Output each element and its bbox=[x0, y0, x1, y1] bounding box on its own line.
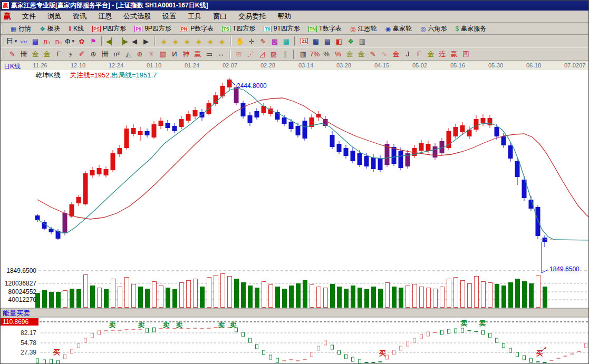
nav-tool-15[interactable]: ◈ bbox=[170, 36, 181, 46]
draw-tool-22[interactable]: ◿ bbox=[256, 49, 268, 60]
draw-tool-21[interactable]: ⋰ bbox=[245, 49, 256, 60]
nav-tool-16[interactable]: ◈ bbox=[181, 36, 193, 46]
draw-tool-40[interactable]: 四 bbox=[460, 49, 471, 60]
toolbar-button-K线[interactable]: ‖K线 bbox=[64, 24, 88, 34]
draw-tool-12[interactable]: ✳ bbox=[146, 49, 157, 60]
draw-tool-39[interactable]: 赢 bbox=[448, 49, 460, 60]
menu-item-江恩[interactable]: 江恩 bbox=[92, 11, 118, 22]
toolbar-button-赢家轮[interactable]: ◉赢家轮 bbox=[381, 24, 416, 34]
toolbar-button-9T四方形[interactable]: T99T四方形 bbox=[259, 24, 304, 34]
draw-tool-13[interactable]: ▦ bbox=[157, 49, 169, 60]
draw-tool-33[interactable]: ∿ bbox=[379, 49, 390, 60]
draw-tool-24[interactable]: ∥ bbox=[279, 49, 291, 60]
toolbar-button-9P四方形[interactable]: P99P四方形 bbox=[130, 24, 176, 34]
draw-tool-7[interactable]: ⊕ bbox=[88, 49, 99, 60]
toolbar-button-板块[interactable]: ❖板块 bbox=[35, 24, 64, 34]
draw-tool-26[interactable]: ▥ bbox=[297, 49, 309, 60]
menu-logo-icon[interactable]: 赢 bbox=[4, 12, 11, 21]
draw-tool-37[interactable]: 金 bbox=[425, 49, 437, 60]
draw-tool-35[interactable]: J bbox=[402, 49, 413, 60]
tool-icon: 金 bbox=[358, 50, 365, 59]
draw-tool-0[interactable]: ✎ bbox=[6, 49, 18, 60]
nav-tool-27[interactable]: 21 bbox=[298, 36, 310, 46]
draw-tool-5[interactable]: ϶ bbox=[64, 49, 76, 60]
menu-item-资讯[interactable]: 资讯 bbox=[67, 11, 92, 22]
draw-tool-23[interactable]: ▨ bbox=[268, 49, 279, 60]
draw-tool-17[interactable]: ▭ bbox=[204, 49, 215, 60]
toolbar-button-赢家服务[interactable]: $赢家服务 bbox=[451, 24, 491, 34]
draw-tool-18[interactable]: ↔ bbox=[215, 49, 227, 60]
menu-item-窗口[interactable]: 窗口 bbox=[207, 11, 233, 22]
toolbar-button-江恩轮[interactable]: ◎江恩轮 bbox=[346, 24, 381, 34]
menu-item-文件[interactable]: 文件 bbox=[16, 11, 42, 22]
draw-tool-6[interactable]: ✐ bbox=[76, 49, 88, 60]
draw-tool-15[interactable]: 神 bbox=[180, 49, 192, 60]
menu-item-交易委托[interactable]: 交易委托 bbox=[233, 11, 272, 22]
draw-tool-9[interactable]: n² bbox=[111, 49, 122, 60]
menu-item-公式选股[interactable]: 公式选股 bbox=[118, 11, 157, 22]
nav-tool-21[interactable]: ✋ bbox=[234, 36, 246, 46]
nav-tool-29[interactable]: ▤ bbox=[322, 36, 333, 46]
nav-tool-2[interactable]: ▤ bbox=[30, 36, 41, 46]
draw-tool-34[interactable]: 金 bbox=[390, 49, 402, 60]
draw-tool-28[interactable]: % bbox=[321, 49, 332, 60]
toolbar-button-P四方形[interactable]: PSP四方形 bbox=[88, 24, 130, 34]
nav-tool-6[interactable]: ✿ bbox=[76, 36, 88, 46]
draw-tool-1[interactable]: 卌 bbox=[18, 49, 30, 60]
date-tick-01-10: 01-10 bbox=[147, 62, 161, 68]
menu-item-帮助[interactable]: 帮助 bbox=[272, 11, 297, 22]
draw-tool-29[interactable]: % bbox=[332, 49, 344, 60]
nav-tool-14[interactable]: ◈ bbox=[158, 36, 170, 46]
draw-tool-2[interactable]: 金 bbox=[30, 49, 41, 60]
svg-text:110.8696: 110.8696 bbox=[3, 318, 28, 326]
draw-tool-30[interactable]: 金 bbox=[344, 49, 355, 60]
draw-tool-20[interactable]: ⊞ bbox=[233, 49, 245, 60]
draw-tool-10[interactable]: ◭ bbox=[122, 49, 134, 60]
nav-tool-1[interactable]: 〰 bbox=[18, 36, 30, 46]
nav-tool-3[interactable]: n₃ bbox=[41, 36, 53, 46]
nav-tool-7[interactable]: ⚑ bbox=[88, 36, 99, 46]
nav-tool-11[interactable]: ◀ bbox=[129, 36, 140, 46]
nav-tool-28[interactable]: ▦ bbox=[310, 36, 322, 46]
indicator-band: 能量买卖110.8696 bbox=[1, 308, 589, 326]
nav-tool-18[interactable]: ◈ bbox=[205, 36, 216, 46]
nav-tool-10[interactable]: ▕▶ bbox=[117, 36, 129, 46]
menu-item-浏览[interactable]: 浏览 bbox=[42, 11, 67, 22]
nav-tool-22[interactable]: ✛ bbox=[246, 36, 257, 46]
menu-item-设置[interactable]: 设置 bbox=[157, 11, 182, 22]
draw-tool-16[interactable]: 赢 bbox=[192, 49, 204, 60]
draw-tool-31[interactable]: 金 bbox=[355, 49, 367, 60]
toolbar-button-T数字表[interactable]: TNT数字表 bbox=[304, 24, 346, 34]
nav-tool-23[interactable]: ✎ bbox=[257, 36, 269, 46]
draw-tool-4[interactable]: F bbox=[53, 49, 64, 60]
nav-tool-0[interactable]: 日▼ bbox=[6, 36, 18, 46]
draw-tool-36[interactable]: F bbox=[413, 49, 425, 60]
nav-tool-25[interactable]: ▦ bbox=[281, 36, 292, 46]
draw-tool-38[interactable]: 连 bbox=[437, 49, 448, 60]
chart-canvas[interactable]: 2444.80001849.6500乾坤K线关注线=1952.2出局线=1951… bbox=[1, 70, 589, 364]
nav-tool-9[interactable]: ◀▏ bbox=[105, 36, 117, 46]
toolbar-button-行情[interactable]: ▦行情 bbox=[6, 24, 35, 34]
nav-tool-4[interactable]: n₉ bbox=[53, 36, 64, 46]
nav-tool-24[interactable]: ▩ bbox=[269, 36, 281, 46]
toolbar-button-六角形[interactable]: ◎六角形 bbox=[416, 24, 451, 34]
candles bbox=[35, 78, 547, 247]
nav-tool-31[interactable]: ❖ bbox=[345, 36, 356, 46]
tool-icon: ▤ bbox=[32, 37, 38, 45]
nav-tool-12[interactable]: ▶ bbox=[140, 36, 152, 46]
draw-tool-3[interactable]: 金 bbox=[41, 49, 53, 60]
draw-tool-14[interactable]: И bbox=[169, 49, 180, 60]
toolbar-button-P数字表[interactable]: PNP数字表 bbox=[176, 24, 218, 34]
draw-tool-8[interactable]: 卌 bbox=[99, 49, 111, 60]
nav-tool-32[interactable]: ▥ bbox=[356, 36, 368, 46]
nav-tool-30[interactable]: ◧ bbox=[333, 36, 345, 46]
nav-tool-19[interactable]: ◈ bbox=[216, 36, 228, 46]
toolbar-button-T四方形[interactable]: TST四方形 bbox=[218, 24, 259, 34]
svg-text:卖: 卖 bbox=[138, 321, 145, 329]
draw-tool-27[interactable]: 7% bbox=[309, 49, 321, 60]
menu-item-工具[interactable]: 工具 bbox=[182, 11, 207, 22]
nav-tool-17[interactable]: ◈ bbox=[193, 36, 205, 46]
draw-tool-32[interactable]: ✎ bbox=[367, 49, 379, 60]
nav-tool-5[interactable]: Φ▼ bbox=[64, 36, 76, 46]
draw-tool-11[interactable]: ⊕ bbox=[134, 49, 146, 60]
